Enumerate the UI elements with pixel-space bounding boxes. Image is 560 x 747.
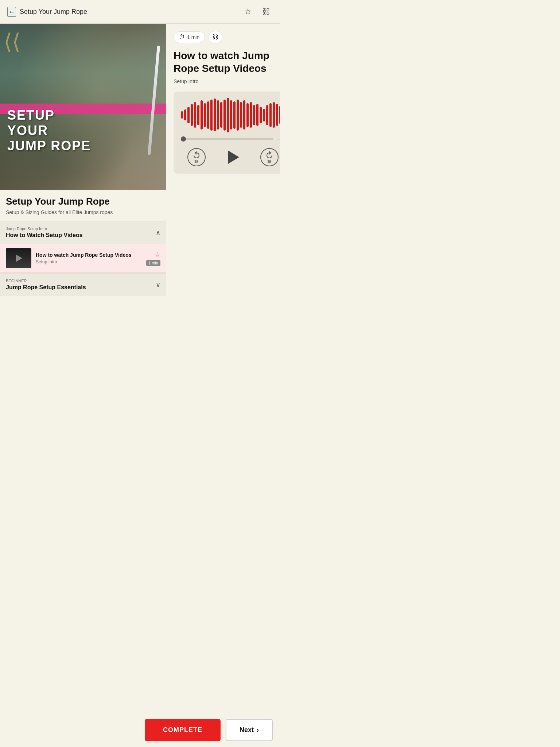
header-left: ← Setup Your Jump Rope: [7, 7, 87, 17]
waveform-bar: [256, 104, 258, 126]
lesson-section-1: Jump Rope Setup Intro How to Watch Setup…: [0, 221, 166, 273]
lesson-section-2: BEGINNER Jump Rope Setup Essentials ∨: [0, 273, 166, 296]
play-triangle: [228, 151, 239, 164]
waveform-bar: [223, 100, 226, 131]
duration-badge: ⏱ 1 min: [174, 31, 205, 43]
forward-icon: [265, 151, 274, 159]
lesson-heading: How to watch Jump Rope Setup Videos: [174, 49, 280, 75]
waveform-bar: [233, 101, 236, 129]
waveform-bar: [217, 100, 219, 129]
player-controls: 15 15: [181, 148, 280, 166]
hero-line2: YOUR: [7, 123, 159, 138]
forward-button[interactable]: 15: [260, 148, 279, 166]
header: ← Setup Your Jump Rope ☆ ⛓: [0, 0, 280, 24]
duration-text: 1 min: [187, 34, 199, 40]
waveform-bar: [181, 111, 183, 119]
course-info: Setup Your Jump Rope Setup & Sizing Guid…: [0, 190, 166, 215]
progress-track[interactable]: [181, 138, 273, 140]
section-1-header-text: Jump Rope Setup Intro How to Watch Setup…: [6, 227, 83, 239]
hero-line3: JUMP ROPE: [7, 138, 159, 154]
audio-player: --:-- 15 15: [174, 92, 280, 174]
progress-row: --:--: [181, 136, 280, 142]
section-2-title: Jump Rope Setup Essentials: [6, 284, 86, 291]
waveform: [181, 100, 280, 129]
progress-time: --:--: [277, 136, 280, 142]
lesson-star-icon[interactable]: ☆: [155, 251, 160, 259]
waveform-bar: [220, 102, 222, 128]
waveform-bar: [237, 100, 239, 131]
waveform-bar: [207, 101, 209, 129]
lesson-section-tag: Setup Intro: [174, 78, 280, 84]
waveform-bar: [191, 104, 193, 126]
rewind-label: 15: [194, 160, 198, 164]
waveform-bar: [279, 106, 280, 124]
section-2-header[interactable]: BEGINNER Jump Rope Setup Essentials ∨: [0, 273, 166, 296]
waveform-bar: [250, 102, 252, 128]
clock-icon: ⏱: [179, 34, 185, 40]
lesson-duration: 1 min: [146, 260, 160, 266]
forward-label: 15: [267, 160, 271, 164]
lesson-title: How to watch Jump Rope Setup Videos: [36, 252, 142, 258]
waveform-bar: [273, 102, 275, 128]
svg-marker-0: [16, 255, 22, 262]
waveform-bar: [197, 105, 199, 125]
waveform-bar: [240, 102, 242, 128]
link-button[interactable]: ⛓: [209, 31, 222, 43]
header-actions: ☆ ⛓: [241, 5, 273, 18]
waveform-bar: [263, 109, 265, 121]
rewind-button[interactable]: 15: [187, 148, 206, 166]
waveform-bar: [260, 107, 262, 123]
section-1-label: Jump Rope Setup Intro: [6, 227, 83, 231]
rewind-icon: [192, 151, 201, 159]
section-2-header-text: BEGINNER Jump Rope Setup Essentials: [6, 279, 86, 291]
section-1-chevron: ∧: [156, 229, 160, 237]
lesson-tag: Setup Intro: [36, 259, 142, 264]
waveform-bar: [246, 103, 249, 127]
waveform-bar: [210, 100, 213, 131]
main-layout: ⟨⟨ SETUP YOUR JUMP ROPE Setup Your Jump …: [0, 24, 280, 332]
duration-row: ⏱ 1 min ⛓: [174, 31, 280, 43]
bottom-spacer-left: [0, 296, 166, 332]
waveform-bar: [230, 100, 232, 129]
waveform-bar: [201, 100, 203, 129]
play-icon-thumb: [13, 253, 24, 264]
hero-image: ⟨⟨ SETUP YOUR JUMP ROPE: [0, 24, 166, 190]
course-subtitle: Setup & Sizing Guides for all Elite Jump…: [6, 209, 160, 215]
right-column: ⏱ 1 min ⛓ How to watch Jump Rope Setup V…: [166, 24, 280, 217]
waveform-bar: [253, 105, 255, 125]
lesson-thumbnail: [6, 248, 31, 268]
play-button[interactable]: [224, 148, 242, 166]
waveform-bar: [214, 98, 216, 131]
waveform-bar: [194, 102, 196, 128]
lesson-info: How to watch Jump Rope Setup Videos Setu…: [36, 252, 142, 264]
section-2-chevron: ∨: [156, 281, 160, 289]
share-button[interactable]: ⛓: [260, 5, 273, 18]
hero-text-overlay: SETUP YOUR JUMP ROPE: [7, 108, 159, 154]
hero-line1: SETUP: [7, 108, 159, 123]
lesson-meta: ☆ 1 min: [146, 251, 160, 266]
section-2-label: BEGINNER: [6, 279, 86, 283]
waveform-bar: [187, 107, 190, 123]
progress-thumb: [181, 136, 186, 142]
bottom-spacer-right: [174, 181, 280, 217]
waveform-bar: [204, 103, 206, 127]
lesson-thumb-inner: [6, 248, 31, 268]
course-title: Setup Your Jump Rope: [6, 196, 160, 207]
left-column: ⟨⟨ SETUP YOUR JUMP ROPE Setup Your Jump …: [0, 24, 166, 332]
section-1-header[interactable]: Jump Rope Setup Intro How to Watch Setup…: [0, 221, 166, 244]
waveform-bar: [266, 105, 268, 125]
section-1-title: How to Watch Setup Videos: [6, 232, 83, 239]
back-button[interactable]: ←: [7, 7, 16, 17]
header-title: Setup Your Jump Rope: [20, 8, 87, 16]
waveform-bar: [269, 103, 272, 127]
waveform-bar: [276, 104, 278, 126]
lesson-item-1[interactable]: How to watch Jump Rope Setup Videos Setu…: [0, 244, 166, 273]
waveform-bar: [243, 100, 245, 129]
waveform-bar: [184, 109, 186, 120]
bookmark-button[interactable]: ☆: [241, 5, 254, 18]
waveform-bar: [227, 98, 229, 132]
